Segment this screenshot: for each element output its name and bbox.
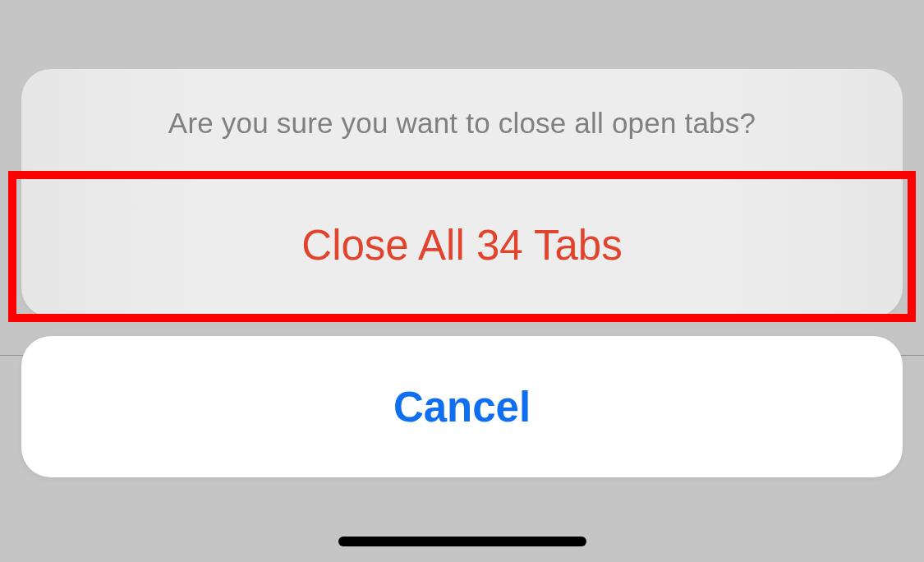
home-indicator[interactable]: [338, 537, 586, 546]
action-sheet: Are you sure you want to close all open …: [21, 69, 903, 317]
cancel-label: Cancel: [393, 383, 531, 431]
close-all-tabs-button[interactable]: Close All 34 Tabs: [21, 173, 903, 317]
close-all-tabs-label: Close All 34 Tabs: [301, 221, 622, 269]
confirmation-prompt: Are you sure you want to close all open …: [21, 69, 903, 173]
cancel-button[interactable]: Cancel: [21, 336, 903, 477]
